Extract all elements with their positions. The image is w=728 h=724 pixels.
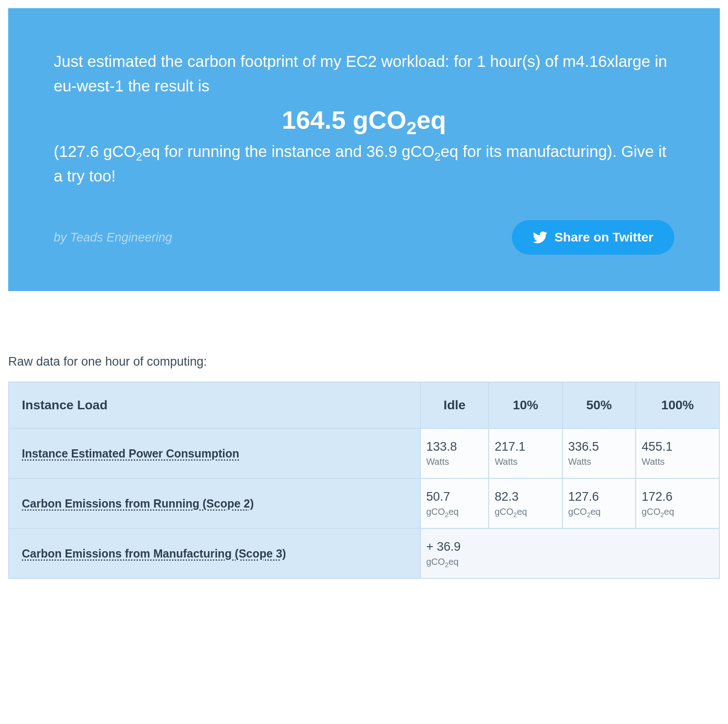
power-idle: 133.8 Watts: [420, 428, 489, 478]
scope2-idle-value: 50.7: [426, 490, 483, 504]
share-twitter-button[interactable]: Share on Twitter: [512, 220, 674, 255]
table-row-scope3: Carbon Emissions from Manufacturing (Sco…: [9, 528, 719, 578]
share-text-in: in: [650, 52, 667, 70]
share-result: 164.5 gCO2eq: [54, 105, 674, 135]
detail-unit-pre-1: gCO: [99, 142, 136, 160]
detail-unit-post-1: eq: [142, 142, 160, 160]
scope2-50: 127.6 gCO2eq: [562, 478, 636, 528]
share-detail: (127.6 gCO2eq for running the instance a…: [54, 139, 674, 189]
table-header-row: Instance Load Idle 10% 50% 100%: [9, 382, 719, 428]
scope2-100: 172.6 gCO2eq: [636, 478, 719, 528]
power-idle-value: 133.8: [426, 440, 483, 454]
share-region: eu-west-1: [54, 77, 124, 95]
header-50: 50%: [562, 382, 636, 428]
scope3-value: + 36.9: [426, 540, 713, 554]
row-label-scope2: Carbon Emissions from Running (Scope 2): [9, 478, 420, 528]
result-unit-pre: gCO: [353, 106, 406, 134]
header-instance-load: Instance Load: [9, 382, 420, 428]
detail-pre: (: [54, 142, 59, 160]
twitter-button-label: Share on Twitter: [555, 230, 653, 245]
scope2-50-value: 127.6: [568, 490, 630, 504]
share-text-post: the result is: [124, 77, 210, 95]
power-10-unit: Watts: [495, 457, 556, 467]
scope2-50-unit: gCO2eq: [568, 507, 630, 517]
raw-data-table: Instance Load Idle 10% 50% 100% Instance…: [8, 382, 720, 579]
power-100: 455.1 Watts: [636, 428, 719, 478]
header-idle: Idle: [420, 382, 489, 428]
detail-unit-post-2: eq: [440, 142, 458, 160]
row-label-power: Instance Estimated Power Consumption: [9, 428, 420, 478]
share-text-pre: Just estimated the carbon footprint of m…: [54, 52, 477, 70]
scope2-100-unit: gCO2eq: [642, 507, 713, 517]
twitter-icon: [533, 230, 547, 245]
power-50-value: 336.5: [568, 440, 630, 454]
power-10: 217.1 Watts: [489, 428, 562, 478]
power-consumption-link[interactable]: Instance Estimated Power Consumption: [22, 447, 239, 460]
detail-unit-sub-2: 2: [435, 151, 441, 163]
result-unit-sub: 2: [406, 118, 416, 138]
raw-data-label: Raw data for one hour of computing:: [8, 355, 720, 369]
scope2-idle: 50.7 gCO2eq: [420, 478, 489, 528]
detail-unit-pre-2: gCO: [397, 142, 435, 160]
share-hours: 1: [477, 52, 485, 70]
scope3-unit: gCO2eq: [426, 557, 713, 567]
table-row-power: Instance Estimated Power Consumption 133…: [9, 428, 719, 478]
scope3-value-cell: + 36.9 gCO2eq: [420, 528, 719, 578]
share-text-mid: hour(s) of: [485, 52, 562, 70]
scope2-link[interactable]: Carbon Emissions from Running (Scope 2): [22, 497, 254, 510]
detail-mid: for running the instance and: [160, 142, 366, 160]
power-100-unit: Watts: [642, 457, 713, 467]
share-instance-type: m4.16xlarge: [563, 52, 651, 70]
header-100: 100%: [636, 382, 719, 428]
byline: by Teads Engineering: [54, 231, 172, 245]
scope2-10: 82.3 gCO2eq: [489, 478, 562, 528]
share-description: Just estimated the carbon footprint of m…: [54, 49, 674, 99]
scope2-10-value: 82.3: [495, 490, 556, 504]
scope2-100-value: 172.6: [642, 490, 713, 504]
scope3-link[interactable]: Carbon Emissions from Manufacturing (Sco…: [22, 547, 286, 560]
detail-unit-sub-1: 2: [136, 151, 142, 163]
share-footer: by Teads Engineering Share on Twitter: [54, 220, 674, 255]
power-idle-unit: Watts: [426, 457, 483, 467]
table-row-scope2: Carbon Emissions from Running (Scope 2) …: [9, 478, 719, 528]
power-50-unit: Watts: [568, 457, 630, 467]
manufacturing-value: 36.9: [366, 142, 397, 160]
power-10-value: 217.1: [495, 440, 556, 454]
share-card: Just estimated the carbon footprint of m…: [8, 8, 720, 291]
result-unit-post: eq: [416, 106, 446, 134]
row-label-scope3: Carbon Emissions from Manufacturing (Sco…: [9, 528, 420, 578]
result-value: 164.5: [282, 106, 345, 134]
header-10: 10%: [489, 382, 562, 428]
running-value: 127.6: [59, 142, 99, 160]
power-50: 336.5 Watts: [562, 428, 636, 478]
power-100-value: 455.1: [642, 440, 713, 454]
scope2-idle-unit: gCO2eq: [426, 507, 483, 517]
scope2-10-unit: gCO2eq: [495, 507, 556, 517]
